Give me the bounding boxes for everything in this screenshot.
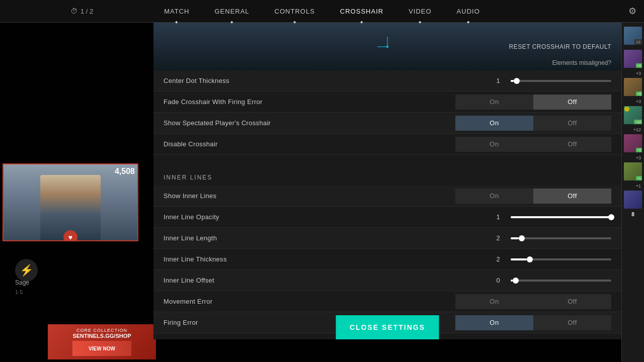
- sidebar-num-5: +1: [624, 184, 642, 189]
- stream-preview: 4,508 ♥: [3, 163, 138, 241]
- sidebar-badge-6: +1: [636, 176, 642, 180]
- tab-audio[interactable]: AUDIO: [457, 6, 480, 17]
- crosshair-v-line: [387, 37, 388, 47]
- bottom-ad-banner: CORE COLLECTION SENTINELS.GG/SHOP VIEW N…: [48, 324, 156, 359]
- toggle-show-inner-lines-off[interactable]: Off: [533, 189, 611, 204]
- tab-video[interactable]: VIDEO: [409, 6, 431, 17]
- label-inner-line-opacity: Inner Line Opacity: [164, 213, 491, 221]
- sidebar-badge-5: +3: [636, 148, 642, 152]
- toggle-disable-crosshair: On Off: [455, 137, 611, 152]
- tab-controls[interactable]: CONTROLS: [275, 6, 315, 17]
- stream-heart-icon: ♥: [63, 230, 77, 241]
- nav-tabs-container: MATCH GENERAL CONTROLS CROSSHAIR VIDEO A…: [164, 6, 480, 17]
- toggle-firing-error: On Off: [455, 315, 611, 330]
- label-movement-error: Movement Error: [164, 298, 455, 305]
- crosshair-preview-area: RESET CROSSHAIR TO DEFAULT Elements misa…: [153, 23, 621, 70]
- label-center-dot-thickness: Center Dot Thickness: [164, 77, 491, 84]
- crosshair-h-line: [377, 46, 387, 47]
- slider-inner-line-length[interactable]: [511, 237, 611, 239]
- settings-icon[interactable]: ⚙: [628, 6, 636, 17]
- label-disable-crosshair: Disable Crosshair: [164, 140, 455, 148]
- slider-thumb[interactable]: [514, 78, 520, 84]
- slider-thickness-fill: [511, 258, 527, 260]
- close-settings-button[interactable]: CLOSE SETTINGS: [336, 315, 439, 339]
- toggle-firing-error-off[interactable]: Off: [533, 315, 611, 330]
- sidebar-num-1: +3: [624, 71, 642, 76]
- row-center-dot-thickness: Center Dot Thickness 1: [153, 70, 621, 92]
- row-inner-line-length: Inner Line Length 2: [153, 228, 621, 249]
- top-navigation: ⏱ 1 / 2 MATCH GENERAL CONTROLS CROSSHAIR…: [0, 0, 644, 23]
- value-inner-line-thickness: 2: [491, 255, 506, 263]
- toggle-disable-crosshair-off[interactable]: Off: [533, 137, 611, 152]
- elements-misaligned-link[interactable]: Elements misaligned?: [552, 59, 611, 66]
- slider-inner-line-offset[interactable]: [511, 280, 611, 282]
- toggle-disable-crosshair-on[interactable]: On: [455, 137, 533, 152]
- value-inner-line-opacity: 1: [491, 213, 506, 221]
- slider-inner-line-thickness[interactable]: [511, 258, 611, 260]
- nav-timer: ⏱ 1 / 2: [70, 7, 93, 15]
- sidebar-avatar-7[interactable]: [624, 191, 642, 209]
- inner-lines-header: INNER LINES: [153, 165, 621, 186]
- toggle-show-spectated-on[interactable]: On: [455, 116, 533, 131]
- toggle-show-spectated: On Off: [455, 116, 611, 131]
- toggle-show-inner-lines-on[interactable]: On: [455, 189, 533, 204]
- toggle-fade-crosshair: On Off: [455, 95, 611, 110]
- sidebar-num-6: 8: [624, 212, 642, 217]
- slider-length-fill: [511, 237, 519, 239]
- tab-crosshair[interactable]: CROSSHAIR: [340, 6, 383, 17]
- inner-lines-title: INNER LINES: [164, 174, 212, 181]
- sidebar-avatar-4[interactable]: +12: [624, 106, 642, 124]
- label-show-inner-lines: Show Inner Lines: [164, 192, 455, 200]
- slider-thickness-thumb[interactable]: [527, 256, 533, 262]
- sidebar-badge-3: +3: [636, 92, 642, 96]
- toggle-movement-error-off[interactable]: Off: [533, 294, 611, 309]
- timer-icon: ⏱: [70, 7, 77, 15]
- row-show-inner-lines: Show Inner Lines On Off: [153, 186, 621, 207]
- sidebar-num-4: +3: [624, 155, 642, 160]
- toggle-fade-crosshair-on[interactable]: On: [455, 95, 533, 110]
- row-movement-error: Movement Error On Off: [153, 291, 621, 312]
- slider-opacity-fill: [511, 216, 611, 218]
- sidebar-gem-icon: [624, 107, 629, 112]
- value-inner-line-length: 2: [491, 234, 506, 242]
- row-inner-line-offset: Inner Line Offset 0: [153, 270, 621, 291]
- sidebar-avatar-6[interactable]: +1: [624, 162, 642, 180]
- sidebar-num-3: +12: [624, 127, 642, 132]
- slider-center-dot-thickness[interactable]: [511, 80, 611, 82]
- tab-general[interactable]: GENERAL: [214, 6, 249, 17]
- sidebar-avatar-5[interactable]: +3: [624, 134, 642, 152]
- row-disable-crosshair: Disable Crosshair On Off: [153, 134, 621, 155]
- value-center-dot-thickness: 1: [491, 77, 506, 84]
- row-inner-line-thickness: Inner Line Thickness 2: [153, 249, 621, 270]
- left-label-2: 1·5: [15, 289, 23, 295]
- toggle-fade-crosshair-off[interactable]: Off: [533, 95, 611, 110]
- slider-opacity-thumb[interactable]: [608, 214, 614, 220]
- section-spacer: [153, 155, 621, 165]
- value-inner-line-offset: 0: [491, 277, 506, 284]
- slider-length-thumb[interactable]: [519, 235, 525, 241]
- sidebar-avatar-2[interactable]: +3: [624, 50, 642, 68]
- slider-offset-thumb[interactable]: [513, 278, 519, 284]
- flash-icon[interactable]: ⚡: [15, 259, 38, 282]
- left-area: 4,508 ♥ ⚡ CORE COLLECTION SENTINELS.GG/S…: [0, 23, 153, 362]
- row-show-spectated: Show Spectated Player's Crosshair On Off: [153, 113, 621, 134]
- left-label-1: Sage: [15, 279, 29, 286]
- tab-match[interactable]: MATCH: [164, 6, 189, 17]
- sidebar-badge-1: 12: [634, 39, 642, 45]
- stream-count: 4,508: [115, 167, 135, 176]
- slider-inner-line-opacity[interactable]: [511, 216, 611, 218]
- sidebar-num-2: +3: [624, 99, 642, 104]
- toggle-show-inner-lines: On Off: [455, 189, 611, 204]
- toggle-firing-error-on[interactable]: On: [455, 315, 533, 330]
- toggle-show-spectated-off[interactable]: Off: [533, 116, 611, 131]
- toggle-movement-error-on[interactable]: On: [455, 294, 533, 309]
- label-inner-line-offset: Inner Line Offset: [164, 277, 491, 284]
- label-fade-crosshair: Fade Crosshair With Firing Error: [164, 98, 455, 106]
- sidebar-avatar-3[interactable]: +3: [624, 78, 642, 96]
- label-inner-line-length: Inner Line Length: [164, 234, 491, 242]
- sidebar-avatar-1[interactable]: 12: [624, 27, 642, 45]
- settings-content[interactable]: Center Dot Thickness 1 Fade Crosshair Wi…: [153, 70, 621, 339]
- reset-crosshair-button[interactable]: RESET CROSSHAIR TO DEFAULT: [509, 43, 612, 50]
- toggle-movement-error: On Off: [455, 294, 611, 309]
- row-fade-crosshair: Fade Crosshair With Firing Error On Off: [153, 92, 621, 113]
